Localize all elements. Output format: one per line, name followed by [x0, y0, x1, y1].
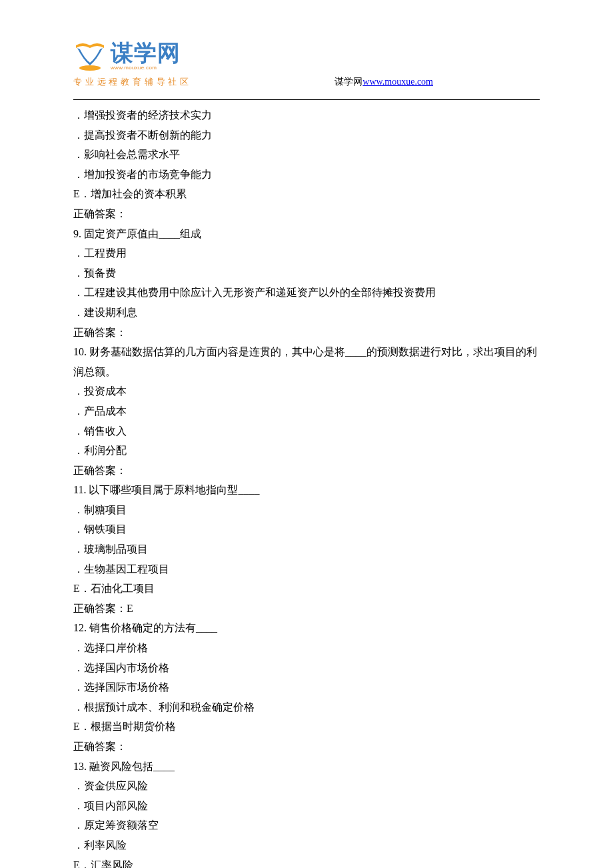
page-container: 谋学网 www.mouxue.com 专业远程教育辅导社区 谋学网www.mou… — [0, 0, 613, 868]
text-line: ．建设期利息 — [73, 303, 540, 323]
svg-point-0 — [79, 65, 101, 71]
text-line: ．玻璃制品项目 — [73, 539, 540, 559]
text-line: ．工程费用 — [73, 243, 540, 263]
text-line: ．提高投资者不断创新的能力 — [73, 125, 540, 145]
text-line: ．投资成本 — [73, 381, 540, 401]
logo-subtitle: 专业远程教育辅导社区 — [73, 74, 192, 90]
text-line: ．利润分配 — [73, 441, 540, 461]
text-line: ．销售收入 — [73, 421, 540, 441]
logo-icon — [73, 40, 107, 72]
text-line: 10. 财务基础数据估算的几方面内容是连贯的，其中心是将____的预测数据进行对… — [73, 342, 540, 381]
text-line: ．制糖项目 — [73, 500, 540, 520]
text-line: 正确答案：E — [73, 599, 540, 619]
text-line: ．预备费 — [73, 263, 540, 283]
text-line: ．生物基因工程项目 — [73, 559, 540, 579]
text-line: ．影响社会总需求水平 — [73, 145, 540, 165]
text-line: ．资金供应风险 — [73, 776, 540, 796]
text-line: 12. 销售价格确定的方法有____ — [73, 618, 540, 638]
text-line: 正确答案： — [73, 204, 540, 224]
text-line: ．选择口岸价格 — [73, 638, 540, 658]
divider — [73, 99, 540, 100]
text-line: E．石油化工项目 — [73, 579, 540, 599]
text-line: ．选择国内市场价格 — [73, 658, 540, 678]
text-line: ．增加投资者的市场竞争能力 — [73, 165, 540, 185]
text-line: 13. 融资风险包括____ — [73, 757, 540, 777]
logo: 谋学网 www.mouxue.com 专业远程教育辅导社区 — [73, 40, 192, 90]
text-line: ．增强投资者的经济技术实力 — [73, 105, 540, 125]
content: ．增强投资者的经济技术实力．提高投资者不断创新的能力．影响社会总需求水平．增加投… — [73, 105, 540, 868]
site-link-label: 谋学网 — [334, 77, 362, 87]
logo-main: 谋学网 www.mouxue.com — [73, 40, 192, 72]
text-line: ．工程建设其他费用中除应计入无形资产和递延资产以外的全部待摊投资费用 — [73, 283, 540, 303]
site-link-url[interactable]: www.mouxue.com — [362, 77, 433, 87]
text-line: ．钢铁项目 — [73, 519, 540, 539]
logo-text: 谋学网 www.mouxue.com — [111, 41, 181, 71]
text-line: ．利率风险 — [73, 835, 540, 855]
text-line: E．增加社会的资本积累 — [73, 184, 540, 204]
logo-brand-name: 谋学网 — [111, 41, 181, 64]
text-line: ．项目内部风险 — [73, 796, 540, 816]
text-line: 正确答案： — [73, 323, 540, 343]
text-line: ．根据预计成本、利润和税金确定价格 — [73, 697, 540, 717]
text-line: E．根据当时期货价格 — [73, 717, 540, 737]
text-line: 正确答案： — [73, 461, 540, 481]
text-line: ．选择国际市场价格 — [73, 677, 540, 697]
site-link: 谋学网www.mouxue.com — [334, 73, 433, 91]
text-line: ．产品成本 — [73, 401, 540, 421]
text-line: 11. 以下哪些项目属于原料地指向型____ — [73, 480, 540, 500]
text-line: E．汇率风险 — [73, 855, 540, 868]
text-line: 正确答案： — [73, 737, 540, 757]
header: 谋学网 www.mouxue.com 专业远程教育辅导社区 谋学网www.mou… — [73, 40, 540, 97]
text-line: 9. 固定资产原值由____组成 — [73, 224, 540, 244]
text-line: ．原定筹资额落空 — [73, 815, 540, 835]
logo-brand-url: www.mouxue.com — [111, 65, 181, 71]
